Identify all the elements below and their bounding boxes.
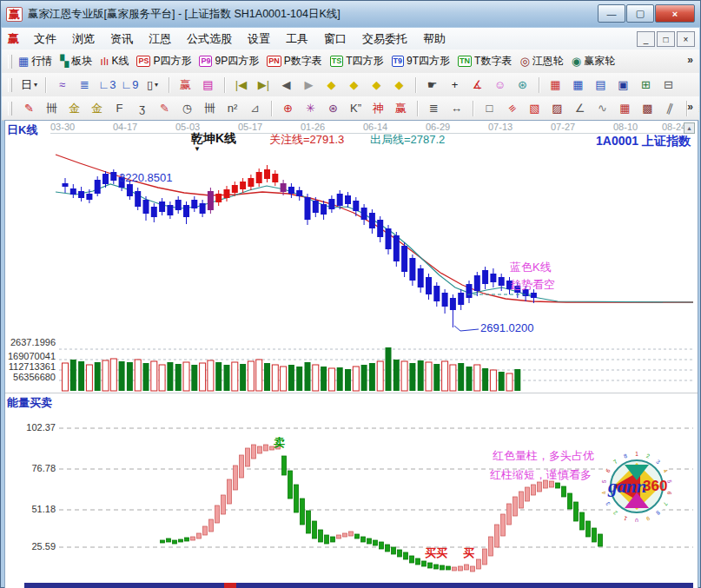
shen-grid-button[interactable]: 神 — [367, 98, 389, 118]
first-page-button[interactable]: |◀ — [230, 75, 252, 95]
diamond-left-button[interactable]: ◆ — [321, 75, 342, 95]
copy-button[interactable]: ⊞ — [635, 75, 657, 95]
menu-item-window[interactable]: 窗口 — [316, 29, 354, 50]
angle-tool-button[interactable]: ∡ — [466, 75, 488, 95]
menu-item-formula-picker[interactable]: 公式选股 — [179, 29, 240, 50]
toolbar-grip[interactable] — [8, 78, 12, 92]
calendar-button[interactable]: ▦ — [545, 75, 566, 95]
toolbar-grip[interactable] — [8, 102, 12, 116]
angle-line-button[interactable]: ⊿ — [244, 98, 266, 118]
mdi-minimize-button[interactable]: _ — [637, 31, 655, 47]
gann-web-button[interactable]: ⊛ — [322, 98, 344, 118]
energy-bar — [568, 493, 572, 509]
toolbar-main-overflow-button[interactable]: » — [687, 54, 693, 66]
print-button[interactable]: ⊟ — [658, 75, 679, 95]
trend-line-button[interactable]: ∠ — [569, 98, 591, 118]
ruler-123-button[interactable]: ≣ — [423, 98, 445, 118]
calculator-button[interactable]: ▦ — [567, 75, 589, 95]
wave3-button[interactable]: ∟3 — [96, 75, 118, 95]
t-number-button[interactable]: TNT数字表 — [458, 54, 512, 69]
next-button[interactable]: ▶ — [298, 75, 320, 95]
price-grid2-button[interactable]: ▩ — [637, 98, 658, 118]
mdi-restore-button[interactable]: □ — [657, 31, 675, 47]
time-cycle-button[interactable]: ◷ — [176, 98, 198, 118]
period-day-button[interactable]: 日▾ — [18, 75, 40, 95]
chart-canvas[interactable] — [5, 121, 698, 588]
minimize-button[interactable]: — — [598, 4, 625, 23]
menu-item-trade[interactable]: 交易委托 — [354, 29, 415, 50]
gann-box2-button[interactable]: ▨ — [546, 98, 568, 118]
width-measure-button[interactable]: ↔ — [446, 98, 467, 118]
parallel-button[interactable]: ∥ — [659, 98, 681, 118]
gann-box-button[interactable]: ▧ — [524, 98, 546, 118]
diamond-expand-button[interactable]: ◆ — [366, 75, 387, 95]
p-square-button[interactable]: PSP四方形 — [136, 54, 191, 69]
close-button[interactable]: × — [655, 4, 695, 23]
menu-item-help[interactable]: 帮助 — [415, 29, 453, 50]
f-grid-button[interactable]: F — [109, 98, 130, 118]
menu-item-tools[interactable]: 工具 — [278, 29, 316, 50]
toolbar-grip[interactable] — [8, 55, 12, 69]
indicator-dropdown-icon[interactable]: ▼ — [194, 145, 201, 153]
sectors-button[interactable]: ▚板块 — [60, 54, 92, 69]
color-volume-button[interactable]: ▤ — [197, 75, 219, 95]
low-pointer-line — [454, 326, 479, 331]
rect-tool-button[interactable]: □ — [479, 98, 500, 118]
energy-bar — [349, 532, 354, 536]
kline-button[interactable]: ılıK线 — [100, 54, 129, 69]
mdi-close-button[interactable]: × — [677, 31, 695, 47]
menu-item-settings[interactable]: 设置 — [240, 29, 278, 50]
quotes-button[interactable]: ▦行情 — [18, 54, 52, 69]
n2-button[interactable]: n² — [222, 98, 243, 118]
ying-grid-button[interactable]: 赢 — [390, 98, 412, 118]
bottom-scrollbar[interactable] — [24, 583, 693, 588]
price-grid-button[interactable]: ▦ — [614, 98, 636, 118]
prev-button[interactable]: ◀ — [275, 75, 297, 95]
menu-item-gann[interactable]: 江恩 — [141, 29, 179, 50]
menu-item-news[interactable]: 资讯 — [103, 29, 141, 50]
diamond-compress-button[interactable]: ◆ — [388, 75, 410, 95]
winner-k-button[interactable]: 赢 — [175, 75, 196, 95]
network-button[interactable]: ⊛ — [512, 75, 533, 95]
toolbar-draw: ✎卌金金Fʒ✎◷卌n²⊿⊕✳⊛K”神赢≣↔□≡▧▨∠∿▦▩∥≣∠%%%= » — [2, 96, 699, 121]
chart-area[interactable]: 日K线 03-3004-1705-0305-1701-2606-1406-290… — [4, 120, 698, 588]
brush-button[interactable]: ✎ — [154, 98, 175, 118]
hand-tool-button[interactable]: ☛ — [421, 75, 443, 95]
info-panel-button[interactable]: ≣ — [74, 75, 96, 95]
gann-grid-button[interactable]: 卌 — [41, 98, 63, 118]
candle-style-button[interactable]: ▯▾ — [142, 75, 163, 95]
winner-wheel-button[interactable]: ◉赢家轮 — [572, 54, 615, 69]
p-number-button[interactable]: PNP数字表 — [267, 54, 322, 69]
piggy-button[interactable]: ☺ — [489, 75, 511, 95]
spiral-button[interactable]: ʒ — [131, 98, 153, 118]
gann-wheel-button[interactable]: ◎江恩轮 — [519, 54, 563, 69]
zigzag-button[interactable]: ∿ — [592, 98, 613, 118]
toolbar-draw-overflow-button[interactable]: » — [687, 101, 693, 113]
gold-grid1-button[interactable]: 金 — [63, 98, 85, 118]
notes-button[interactable]: ▤ — [590, 75, 612, 95]
pane-divider[interactable] — [5, 393, 698, 393]
wave9-button[interactable]: ∟9 — [119, 75, 141, 95]
k-quote-button[interactable]: K” — [345, 98, 367, 118]
pen-tool-button[interactable]: ✎ — [18, 98, 40, 118]
gold-grid2-button[interactable]: 金 — [86, 98, 108, 118]
menu-item-file[interactable]: 文件 — [26, 29, 64, 50]
pane-splitter-button[interactable]: ▲ — [684, 122, 695, 134]
save-button[interactable]: ▣ — [612, 75, 634, 95]
t-square-button[interactable]: TST四方形 — [330, 54, 384, 69]
gann-star-button[interactable]: ✳ — [300, 98, 321, 118]
candle — [95, 180, 101, 194]
time-grid-button[interactable]: 卌 — [199, 98, 221, 118]
gann-compass-button[interactable]: ⊕ — [277, 98, 299, 118]
diamond-right-button[interactable]: ◆ — [343, 75, 365, 95]
last-page-button[interactable]: ▶| — [253, 75, 274, 95]
menu-item-browse[interactable]: 浏览 — [64, 29, 103, 50]
9p-square-button[interactable]: P99P四方形 — [199, 54, 259, 69]
scale-button[interactable]: ≣ — [692, 98, 699, 118]
fan-tool-button[interactable]: ≡ — [501, 98, 523, 118]
9t-square-button[interactable]: T99T四方形 — [392, 54, 451, 69]
maximize-button[interactable]: ▢ — [626, 4, 654, 23]
winner-wave-button[interactable]: ≈ — [51, 75, 73, 95]
titlebar[interactable]: 赢 赢家江恩专业版[赢家服务平台] - [上证指数 SH1A0001-104日K… — [1, 1, 700, 27]
crosshair-button[interactable]: + — [444, 75, 466, 95]
